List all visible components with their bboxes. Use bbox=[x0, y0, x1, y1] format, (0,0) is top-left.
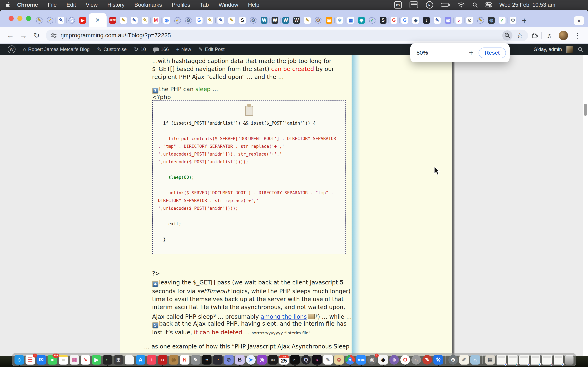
pinned-tab[interactable]: ⊘ bbox=[464, 13, 475, 27]
dock-icon-gimp[interactable]: ✎ bbox=[191, 355, 200, 365]
dock-icon-trash[interactable] bbox=[565, 355, 573, 365]
menu-item[interactable]: Chrome bbox=[14, 2, 43, 8]
pinned-tab[interactable]: ✓ bbox=[367, 13, 378, 27]
dock-icon-accessibility[interactable]: ⊕ bbox=[448, 355, 458, 365]
greeting-label[interactable]: G'day, admin bbox=[534, 47, 562, 52]
pinned-tab[interactable]: ❄ bbox=[334, 13, 345, 27]
dock-icon-camera-app[interactable]: ◉2 bbox=[367, 355, 377, 365]
playback-icon[interactable]: ▶ bbox=[426, 1, 433, 8]
dock-icon-music[interactable]: ♪ bbox=[147, 355, 156, 365]
dock-icon-terminal-dark[interactable]: >_ bbox=[290, 355, 300, 365]
chrome-menu-icon[interactable]: ⋮ bbox=[571, 31, 584, 40]
pinned-tab[interactable]: W bbox=[269, 13, 280, 27]
dock-icon-quicktime[interactable]: Q bbox=[301, 355, 311, 365]
zoom-in-button[interactable]: + bbox=[465, 49, 477, 57]
dock-icon-textedit[interactable]: ✎ bbox=[323, 355, 333, 365]
pinned-tab[interactable]: ♪ bbox=[453, 13, 464, 27]
menu-item[interactable]: Help bbox=[243, 2, 264, 8]
reload-button[interactable]: ↻ bbox=[31, 30, 43, 42]
dock-icon-calculator[interactable]: ⊞ bbox=[114, 355, 123, 365]
dock-icon-minimized-window[interactable] bbox=[542, 355, 552, 365]
dock-icon-terminal[interactable]: >_ bbox=[103, 355, 112, 365]
dock-icon-pages[interactable] bbox=[125, 355, 134, 365]
fullscreen-window-button[interactable] bbox=[26, 16, 31, 21]
bookmark-star-icon[interactable]: ☆ bbox=[517, 31, 523, 40]
menu-item[interactable]: Tab bbox=[195, 2, 214, 8]
dock-icon-chrome[interactable] bbox=[345, 355, 355, 365]
pinned-tab[interactable]: ✓ bbox=[45, 13, 56, 27]
page-scrollbar[interactable] bbox=[583, 55, 588, 356]
active-tab[interactable]: ✕ bbox=[89, 13, 107, 27]
minimize-window-button[interactable] bbox=[17, 16, 22, 21]
site-info-icon[interactable] bbox=[51, 33, 57, 39]
dock-icon-calendar[interactable]: 25FEB bbox=[279, 355, 289, 365]
pinned-tab[interactable]: G bbox=[389, 13, 399, 27]
edit-post-menu[interactable]: ✎Edit Post bbox=[196, 47, 227, 52]
clipboard-icon[interactable] bbox=[245, 106, 253, 116]
url-text[interactable]: rjmprogramming.com.au/ITblog/?p=72225 bbox=[61, 32, 499, 39]
wifi-icon[interactable] bbox=[458, 2, 465, 8]
battery-icon[interactable] bbox=[441, 3, 450, 7]
menu-item[interactable]: File bbox=[43, 2, 62, 8]
menu-item[interactable]: View bbox=[81, 2, 103, 8]
menu-item[interactable]: Window bbox=[214, 2, 243, 8]
pinned-tab[interactable]: ✓ bbox=[172, 13, 183, 27]
dock-icon-terminal-ext[interactable]: exe bbox=[268, 355, 278, 365]
scrollbar-thumb[interactable] bbox=[584, 104, 587, 116]
pinned-tab[interactable]: ✎ bbox=[118, 13, 129, 27]
pinned-tab[interactable]: G bbox=[399, 13, 410, 27]
pinned-tab[interactable]: ✎ bbox=[302, 13, 313, 27]
dock-icon-brown-app[interactable]: ◉ bbox=[169, 355, 178, 365]
admin-search-icon[interactable] bbox=[578, 47, 583, 52]
pinned-tab[interactable]: ▦ bbox=[345, 13, 356, 27]
menu-item[interactable]: History bbox=[103, 2, 130, 8]
dock-icon-reminders[interactable]: ☰3 bbox=[26, 355, 35, 365]
menu-item[interactable]: Profiles bbox=[167, 2, 195, 8]
pinned-tab[interactable]: ◉ bbox=[324, 13, 334, 27]
dock-icon-red-pencil-app[interactable]: ✎ bbox=[423, 355, 432, 365]
dock-icon-safari[interactable]: ➤ bbox=[246, 355, 256, 365]
control-center-icon[interactable] bbox=[485, 2, 492, 8]
admin-avatar[interactable] bbox=[566, 46, 573, 53]
zoom-indicator-icon[interactable] bbox=[502, 30, 512, 41]
close-window-button[interactable] bbox=[9, 16, 14, 21]
profile-avatar[interactable] bbox=[559, 31, 568, 40]
apple-menu-icon[interactable] bbox=[6, 2, 10, 8]
input-source-icon[interactable] bbox=[410, 1, 418, 8]
dock-icon-messages[interactable]: ●209 bbox=[48, 355, 57, 365]
pinned-tab[interactable]: ✎ bbox=[129, 13, 140, 27]
pinned-tab[interactable]: G bbox=[194, 13, 205, 27]
comments-menu[interactable]: 166 bbox=[150, 47, 172, 52]
new-content-menu[interactable]: +New bbox=[173, 47, 194, 52]
pinned-tab[interactable]: ✎ bbox=[56, 13, 66, 27]
dock-icon-minimized-window[interactable] bbox=[531, 355, 541, 365]
pinned-tab[interactable]: ◍ bbox=[486, 13, 497, 27]
pinned-tab[interactable]: ✎ bbox=[226, 13, 237, 27]
dock-icon-minimized-window[interactable] bbox=[508, 355, 518, 365]
dock-icon-minimized-window[interactable] bbox=[553, 355, 563, 365]
pinned-tab[interactable]: ◉ bbox=[356, 13, 367, 27]
pinned-tab[interactable]: ⚙ bbox=[183, 13, 194, 27]
dock-icon-news[interactable]: N bbox=[180, 355, 190, 365]
pinned-tab[interactable]: M bbox=[150, 13, 161, 27]
menu-item[interactable]: Edit bbox=[62, 2, 81, 8]
media-controls-icon[interactable]: ♬ bbox=[545, 31, 555, 39]
pinned-tab[interactable]: S bbox=[237, 13, 248, 27]
pinned-tab[interactable]: ✎ bbox=[205, 13, 215, 27]
spotlight-search-icon[interactable] bbox=[472, 2, 478, 8]
dock-icon-art[interactable]: ✿ bbox=[334, 355, 344, 365]
wp-logo-menu[interactable]: W bbox=[5, 45, 18, 53]
dock-icon-podcasts[interactable]: ◎ bbox=[257, 355, 267, 365]
dock-icon-finder[interactable]: ☺ bbox=[15, 355, 24, 365]
site-name-menu[interactable]: ⌂Robert James Metcalfe Blog bbox=[20, 47, 93, 52]
menu-bar-clock[interactable]: Wed 25 Feb 10:53 am bbox=[499, 2, 555, 8]
dock-icon-intellij[interactable]: IJ bbox=[312, 355, 322, 365]
dock-icon-blocked-app[interactable]: ⊘ bbox=[224, 355, 233, 365]
dock-icon-app-store[interactable]: A bbox=[136, 355, 145, 365]
dock-icon-firefox[interactable]: ◔ bbox=[213, 355, 223, 365]
dock-icon-launchpad[interactable]: ▦ bbox=[70, 355, 79, 365]
among-the-lions-link[interactable]: among the lions bbox=[261, 313, 307, 320]
dock-icon-filezilla[interactable]: FZ bbox=[158, 355, 167, 365]
dock-icon-mail[interactable]: ✉ bbox=[36, 355, 46, 365]
menu-item[interactable]: Bookmarks bbox=[130, 2, 167, 8]
